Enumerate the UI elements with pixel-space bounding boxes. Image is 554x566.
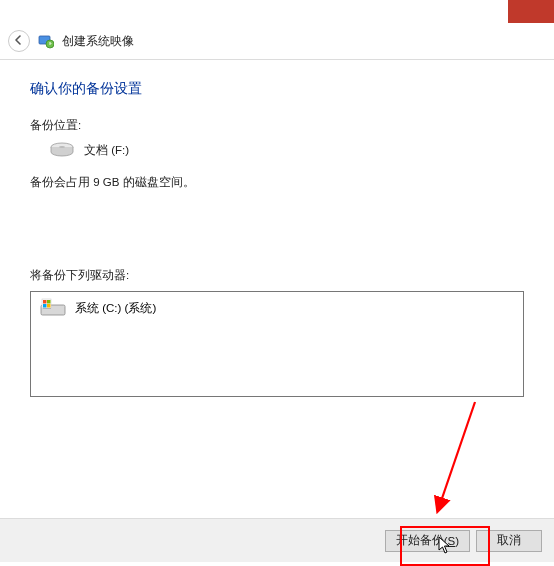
back-button[interactable] — [8, 30, 30, 52]
cancel-button[interactable]: 取消 — [476, 530, 542, 552]
svg-rect-8 — [47, 300, 51, 304]
arrow-left-icon — [13, 32, 25, 50]
footer: 开始备份(S) 取消 — [0, 518, 554, 562]
start-backup-accelerator: S — [447, 535, 455, 547]
hard-drive-icon — [50, 141, 74, 159]
backup-location-row: 文档 (F:) — [30, 141, 524, 159]
svg-rect-10 — [47, 304, 51, 308]
backup-location-value: 文档 (F:) — [84, 143, 129, 158]
drive-row: 系统 (C:) (系统) — [39, 298, 515, 318]
cancel-label: 取消 — [497, 533, 521, 548]
start-backup-label: 开始备份 — [396, 533, 444, 548]
system-image-icon — [38, 33, 54, 49]
backup-size-text: 备份会占用 9 GB 的磁盘空间。 — [30, 175, 524, 190]
header: 创建系统映像 — [0, 23, 554, 60]
svg-line-11 — [438, 402, 475, 510]
backup-location-label: 备份位置: — [30, 118, 524, 133]
window-title: 创建系统映像 — [62, 33, 134, 50]
system-drive-icon — [39, 298, 67, 318]
start-backup-button[interactable]: 开始备份(S) — [385, 530, 470, 552]
drives-label: 将备份下列驱动器: — [30, 268, 524, 283]
content-area: 确认你的备份设置 备份位置: 文档 (F:) 备份会占用 9 GB 的磁盘空间。… — [0, 60, 554, 397]
svg-rect-7 — [43, 300, 47, 304]
drive-list: 系统 (C:) (系统) — [30, 291, 524, 397]
annotation-arrow — [420, 398, 480, 524]
svg-rect-9 — [43, 304, 47, 308]
close-button[interactable] — [508, 0, 554, 23]
titlebar — [0, 0, 554, 23]
page-heading: 确认你的备份设置 — [30, 80, 524, 98]
drive-label: 系统 (C:) (系统) — [75, 301, 156, 316]
svg-point-3 — [59, 146, 65, 148]
